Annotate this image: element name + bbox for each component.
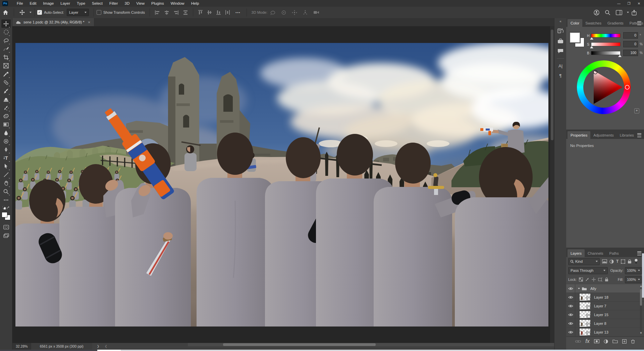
menu-layer[interactable]: Layer [57, 0, 73, 7]
link-layers-icon[interactable] [575, 340, 581, 343]
foreground-background-swatches[interactable] [2, 212, 10, 220]
zoom-tool[interactable] [1, 187, 11, 196]
frame-tool[interactable] [1, 61, 11, 70]
layer-row[interactable]: Layer 7 [566, 302, 644, 310]
saturation-value[interactable]: 0 [623, 41, 638, 47]
group-expand-chevron-icon[interactable] [578, 288, 580, 289]
fill-value[interactable]: 100% [625, 276, 642, 283]
filter-type-icon[interactable]: T [616, 259, 619, 264]
tab-adjustments[interactable]: Adjustments [590, 131, 617, 139]
align-bottom-icon[interactable] [216, 10, 221, 15]
tab-paths[interactable]: Paths [606, 249, 622, 257]
quick-mask-icon[interactable] [1, 223, 11, 231]
screen-mode-icon[interactable] [1, 231, 11, 240]
align-middle-v-icon[interactable] [207, 10, 212, 15]
workspace-chevron-icon[interactable] [627, 12, 629, 13]
visibility-toggle[interactable] [566, 319, 575, 328]
home-icon[interactable] [3, 10, 8, 15]
3d-pan-icon[interactable] [292, 10, 297, 15]
history-brush-tool[interactable] [1, 103, 11, 112]
tab-gradients[interactable]: Gradients [604, 19, 627, 27]
status-chevron-right-icon[interactable]: ❯ [97, 345, 100, 348]
menu-image[interactable]: Image [40, 0, 57, 7]
workspace-icon[interactable] [616, 10, 622, 15]
more-options-icon[interactable]: ••• [235, 10, 240, 14]
lock-artboard-icon[interactable] [598, 278, 602, 282]
move-tool[interactable] [1, 19, 11, 28]
saturation-slider[interactable] [591, 42, 621, 46]
canvas-vertical-scrollbar[interactable] [550, 26, 554, 343]
minimize-icon[interactable]: — [614, 0, 624, 7]
tab-color[interactable]: Color [568, 19, 582, 27]
tab-channels[interactable]: Channels [585, 249, 606, 257]
menu-plugins[interactable]: Plugins [148, 0, 167, 7]
new-layer-icon[interactable] [622, 339, 627, 344]
layer-filter-dropdown[interactable]: Kind [568, 258, 600, 265]
layer-thumbnail[interactable] [579, 328, 591, 336]
move-tool-options-icon[interactable] [19, 10, 25, 15]
visibility-toggle[interactable] [566, 302, 575, 310]
adjustment-layer-icon[interactable] [604, 339, 608, 344]
brightness-slider[interactable] [591, 51, 621, 55]
clone-stamp-tool[interactable] [1, 95, 11, 103]
swap-colors-icon[interactable] [2, 206, 10, 210]
opacity-value[interactable]: 100% [625, 267, 642, 274]
object-selection-tool[interactable] [1, 45, 11, 53]
layer-row[interactable]: Layer 13 [566, 328, 644, 337]
visibility-toggle[interactable] [566, 284, 575, 293]
collapse-panels-icon[interactable]: « [559, 19, 561, 23]
3d-slide-icon[interactable] [303, 10, 308, 15]
lock-pixels-icon[interactable] [585, 278, 589, 282]
lock-transparency-icon[interactable] [579, 278, 583, 282]
history-panel-icon[interactable] [557, 28, 564, 34]
brush-tool[interactable] [1, 87, 11, 95]
layer-row[interactable]: Layer 8 [566, 319, 644, 328]
layer-row[interactable]: Layer 15 [566, 310, 644, 319]
align-left-icon[interactable] [155, 10, 160, 15]
menu-file[interactable]: File [13, 0, 26, 7]
line-tool[interactable] [1, 170, 11, 179]
document-tab[interactable]: sene 1.psdc @ 32.3% (Ally, RGB/8) * ✕ [12, 18, 94, 26]
gradient-tool[interactable] [1, 120, 11, 129]
auto-select-checkbox[interactable]: ✓ [37, 10, 42, 15]
tab-properties[interactable]: Properties [568, 131, 590, 139]
layer-thumbnail[interactable] [579, 302, 591, 310]
healing-brush-tool[interactable] [1, 78, 11, 87]
color-panel-menu-icon[interactable] [637, 21, 641, 25]
character-panel-icon[interactable]: A| [558, 63, 562, 68]
menu-window[interactable]: Window [167, 0, 188, 7]
menu-select[interactable]: Select [89, 0, 106, 7]
tab-libraries[interactable]: Libraries [617, 131, 637, 139]
brightness-value[interactable]: 100 [623, 50, 638, 56]
tab-swatches[interactable]: Swatches [582, 19, 604, 27]
visibility-toggle[interactable] [566, 328, 575, 336]
show-transform-checkbox[interactable] [97, 10, 101, 15]
tab-close-icon[interactable]: ✕ [88, 20, 91, 24]
edit-toolbar-icon[interactable] [1, 196, 11, 204]
lock-position-icon[interactable] [592, 278, 596, 282]
3d-camera-icon[interactable] [313, 10, 319, 15]
layer-row[interactable]: Layer 18 [566, 293, 644, 302]
filter-adjustment-icon[interactable] [609, 259, 614, 264]
add-layer-mask-icon[interactable] [594, 339, 599, 343]
blur-tool[interactable] [1, 129, 11, 137]
panel-color-swatches[interactable] [570, 32, 584, 47]
distribute-v-icon[interactable] [225, 10, 230, 15]
3d-roll-icon[interactable] [281, 10, 286, 15]
foreground-color-swatch[interactable] [2, 212, 7, 217]
filter-shape-icon[interactable] [621, 259, 625, 264]
lasso-tool[interactable] [1, 36, 11, 45]
menu-edit[interactable]: Edit [26, 0, 40, 7]
marquee-tool[interactable] [1, 28, 11, 36]
menu-type[interactable]: Type [73, 0, 89, 7]
auto-select-dropdown[interactable]: Layer [67, 9, 89, 16]
3d-orbit-icon[interactable] [270, 10, 276, 15]
crop-tool[interactable] [1, 53, 11, 61]
properties-panel-menu-icon[interactable] [637, 133, 641, 137]
share-icon[interactable] [632, 10, 637, 15]
close-icon[interactable]: ✕ [634, 0, 644, 7]
menu-3d[interactable]: 3D [121, 0, 133, 7]
layer-thumbnail[interactable] [579, 319, 591, 327]
dodge-tool[interactable] [1, 137, 11, 145]
new-group-icon[interactable] [612, 339, 618, 343]
